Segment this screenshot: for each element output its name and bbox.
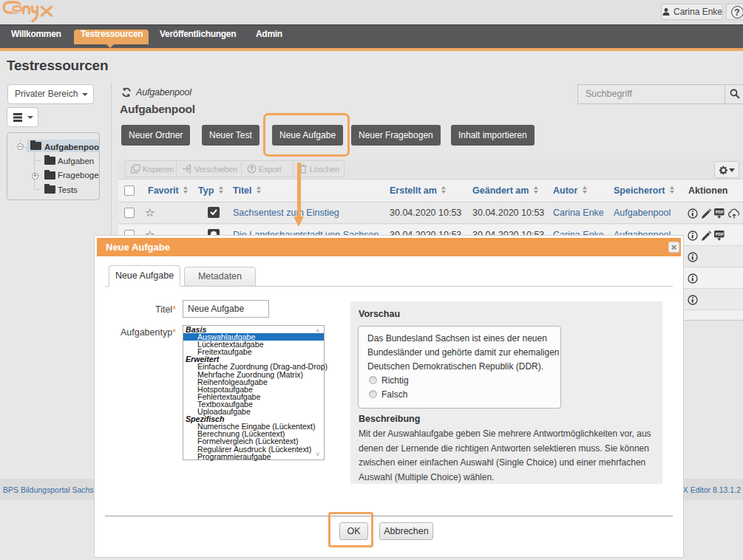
svg-text:PDF: PDF (716, 210, 725, 214)
svg-text:PDF: PDF (716, 232, 725, 236)
